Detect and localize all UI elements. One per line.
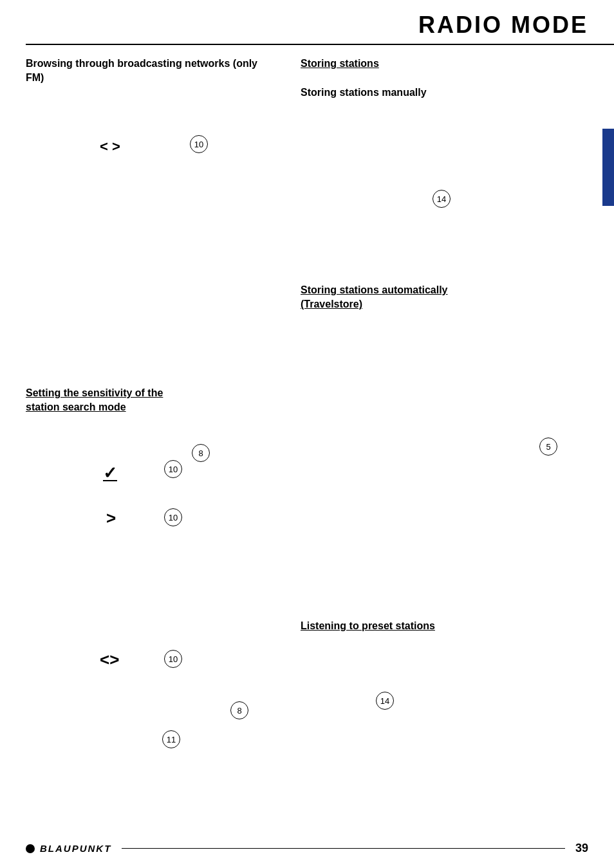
circle-5: 5 xyxy=(539,438,557,456)
circle-10-greater-num: 10 xyxy=(164,508,182,526)
angle-both-symbol: <> xyxy=(100,650,119,670)
right-tab xyxy=(602,129,614,206)
browsing-heading-text: Browsing through broadcasting networks (… xyxy=(26,58,257,83)
circle-10-angle: 10 xyxy=(164,650,182,668)
page-number: 39 xyxy=(575,842,588,855)
circle-8-left-num: 8 xyxy=(192,444,210,462)
circle-10-angle-num: 10 xyxy=(164,650,182,668)
page-container: RADIO MODE Browsing through broadcasting… xyxy=(0,0,614,868)
footer-dot xyxy=(26,844,35,853)
storing-stations-heading: Storing stations xyxy=(301,57,379,71)
circle-10-browse: 10 xyxy=(190,135,208,153)
circle-10-check-num: 10 xyxy=(164,460,182,478)
circle-8-left: 8 xyxy=(192,444,210,462)
circle-5-num: 5 xyxy=(539,438,557,456)
sensitivity-heading-line1: Setting the sensitivity of the xyxy=(26,387,163,398)
storing-manually-heading: Storing stations manually xyxy=(301,86,427,100)
browse-symbols: < > xyxy=(100,138,120,155)
page-footer: BLAUPUNKT 39 xyxy=(0,842,614,855)
storing-auto-line1: Storing stations automatically xyxy=(301,284,447,295)
browsing-heading: Browsing through broadcasting networks (… xyxy=(26,57,277,86)
check-mark-symbol: ✓ xyxy=(103,463,117,483)
sensitivity-heading: Setting the sensitivity of the station s… xyxy=(26,386,270,415)
circle-10-greater: 10 xyxy=(164,508,182,526)
check-symbol: ✓ xyxy=(103,463,117,483)
greater-symbol: > xyxy=(106,508,116,528)
circle-11-bottom: 11 xyxy=(162,730,180,748)
circle-14-listen: 14 xyxy=(376,692,394,710)
storing-auto-line2: (Travelstore) xyxy=(301,299,362,309)
footer-line xyxy=(122,848,565,849)
sensitivity-heading-line2: station search mode xyxy=(26,402,126,412)
circle-10-check: 10 xyxy=(164,460,182,478)
page-title: RADIO MODE xyxy=(418,12,588,39)
storing-auto-heading: Storing stations automatically (Travelst… xyxy=(301,283,564,312)
storing-manually-text: Storing stations manually xyxy=(301,87,427,98)
storing-stations-text: Storing stations xyxy=(301,58,379,69)
footer-logo: BLAUPUNKT xyxy=(26,843,111,854)
page-header: RADIO MODE xyxy=(0,0,614,39)
circle-14-manual: 14 xyxy=(433,190,451,208)
greater-symbol-char: > xyxy=(106,508,116,528)
circle-14-listen-num: 14 xyxy=(376,692,394,710)
angle-both-symbol-char: <> xyxy=(100,650,119,669)
top-rule xyxy=(26,44,614,45)
circle-8-bottom: 8 xyxy=(230,701,248,719)
circle-8-bottom-num: 8 xyxy=(230,701,248,719)
brand-name: BLAUPUNKT xyxy=(40,843,111,854)
circle-10-browse-num: 10 xyxy=(190,135,208,153)
circle-11-bottom-num: 11 xyxy=(162,730,180,748)
listening-heading: Listening to preset stations xyxy=(301,619,435,633)
circle-14-manual-num: 14 xyxy=(433,190,451,208)
listening-heading-text: Listening to preset stations xyxy=(301,620,435,631)
left-right-symbol: < > xyxy=(100,138,120,154)
